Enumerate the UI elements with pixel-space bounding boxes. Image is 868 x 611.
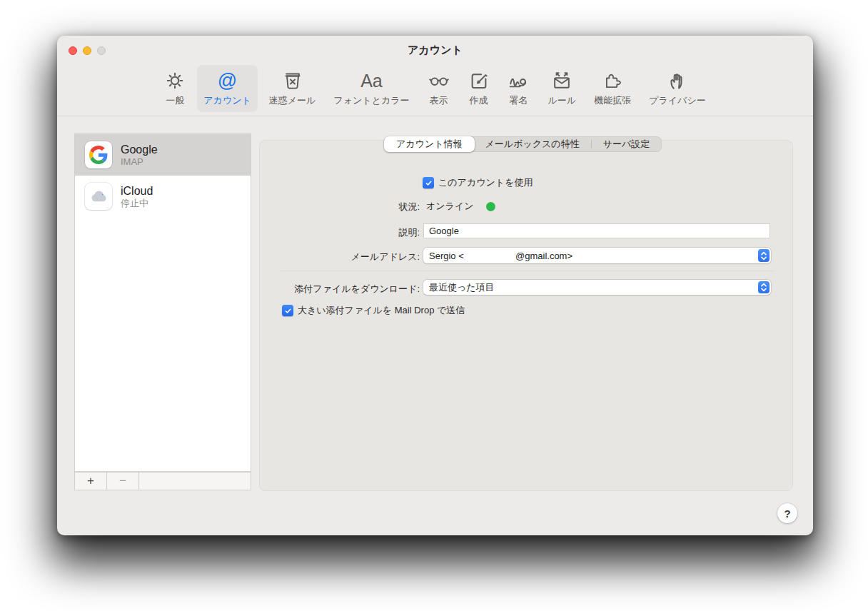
enable-account-checkbox[interactable] — [423, 177, 434, 188]
account-list-actions: + − — [74, 472, 251, 490]
status-label: 状況: — [398, 201, 420, 213]
toolbar-item-label: 表示 — [430, 94, 448, 107]
titlebar: アカウント — [57, 36, 813, 64]
toolbar-item-privacy[interactable]: プライバシー — [642, 65, 712, 112]
extensions-puzzle-icon — [602, 69, 623, 93]
status-value: オンライン — [426, 200, 474, 213]
enable-account-label: このアカウントを使用 — [438, 176, 533, 189]
form-separator — [281, 271, 773, 271]
toolbar-item-extensions[interactable]: 機能拡張 — [587, 65, 637, 112]
download-attachments-label: 添付ファイルをダウンロード: — [294, 283, 420, 296]
rules-envelope-icon — [550, 69, 573, 93]
toolbar-item-label: プライバシー — [649, 94, 706, 107]
email-address-value: Sergio < @gmail.com> — [423, 251, 758, 261]
toolbar-item-label: ルール — [548, 94, 577, 107]
add-account-button[interactable]: + — [75, 473, 107, 490]
mail-drop-row: 大きい添付ファイルを Mail Drop で送信 — [282, 304, 465, 317]
account-subtitle: IMAP — [121, 156, 158, 168]
minimize-button[interactable] — [83, 46, 91, 55]
traffic-lights — [69, 46, 106, 55]
account-list: Google IMAP iCloud 停止中 — [74, 133, 251, 472]
status-row: オンライン — [426, 200, 495, 213]
list-bar-filler — [139, 473, 251, 490]
compose-icon — [468, 69, 490, 93]
email-label: メールアドレス: — [351, 251, 420, 263]
remove-account-button[interactable]: − — [107, 473, 139, 490]
enable-account-row: このアカウントを使用 — [423, 176, 533, 189]
account-subtitle: 停止中 — [121, 198, 153, 209]
help-button[interactable]: ? — [777, 503, 797, 523]
google-logo-icon — [85, 141, 112, 168]
toolbar-item-label: 機能拡張 — [594, 94, 631, 107]
toolbar-item-viewing[interactable]: 表示 — [421, 65, 457, 112]
account-name: Google — [121, 143, 158, 156]
mail-drop-label: 大きい添付ファイルを Mail Drop で送信 — [298, 304, 465, 317]
email-address-popup[interactable]: Sergio < @gmail.com> — [423, 248, 771, 263]
account-tabs: アカウント情報 メールボックスの特性 サーバ設定 — [384, 136, 662, 152]
account-name: iCloud — [121, 184, 153, 198]
toolbar-item-label: 作成 — [470, 94, 488, 107]
toolbar-item-label: フォントとカラー — [333, 94, 409, 107]
popup-stepper-icon — [758, 281, 769, 293]
description-label: 説明: — [398, 226, 420, 239]
toolbar-item-fonts-colors[interactable]: Aa フォントとカラー — [327, 65, 415, 112]
download-attachments-value: 最近使った項目 — [423, 281, 758, 294]
toolbar-item-label: 一般 — [166, 94, 184, 107]
toolbar-item-accounts[interactable]: @ アカウント — [197, 65, 258, 112]
toolbar-item-label: 署名 — [510, 94, 528, 107]
toolbar-item-label: 迷惑メール — [269, 94, 316, 107]
mail-drop-checkbox[interactable] — [282, 305, 293, 316]
fonts-colors-icon: Aa — [360, 69, 383, 93]
at-icon: @ — [218, 69, 237, 93]
toolbar-item-signatures[interactable]: 署名 — [501, 65, 537, 112]
toolbar-item-rules[interactable]: ルール — [542, 65, 583, 112]
download-attachments-popup[interactable]: 最近使った項目 — [423, 280, 771, 295]
toolbar-separator — [57, 116, 813, 116]
popup-stepper-icon — [758, 249, 769, 262]
online-status-indicator — [486, 202, 495, 211]
window-title: アカウント — [408, 44, 463, 57]
privacy-hand-icon — [667, 69, 688, 93]
close-button[interactable] — [69, 46, 77, 55]
account-row-google[interactable]: Google IMAP — [75, 134, 251, 176]
account-row-icloud[interactable]: iCloud 停止中 — [75, 176, 251, 217]
tab-account-info[interactable]: アカウント情報 — [384, 136, 475, 152]
viewing-glasses-icon — [428, 69, 450, 93]
toolbar-item-junk-mail[interactable]: 迷惑メール — [263, 65, 323, 112]
tab-server-settings[interactable]: サーバ設定 — [592, 137, 662, 151]
toolbar-item-composing[interactable]: 作成 — [462, 65, 496, 112]
zoom-button-disabled — [97, 46, 106, 55]
signature-icon — [508, 69, 530, 93]
description-input[interactable] — [423, 223, 770, 238]
preferences-window: アカウント 一般 @ アカウント 迷惑 — [57, 36, 813, 535]
toolbar-item-general[interactable]: 一般 — [158, 65, 192, 112]
preferences-toolbar: 一般 @ アカウント 迷惑メール Aa フォントとカラー — [57, 65, 813, 112]
icloud-icon — [85, 183, 112, 210]
junk-mail-icon — [282, 69, 303, 93]
tab-mailbox-behaviors[interactable]: メールボックスの特性 — [474, 137, 591, 151]
toolbar-item-label: アカウント — [203, 94, 251, 107]
gear-icon — [164, 69, 186, 93]
